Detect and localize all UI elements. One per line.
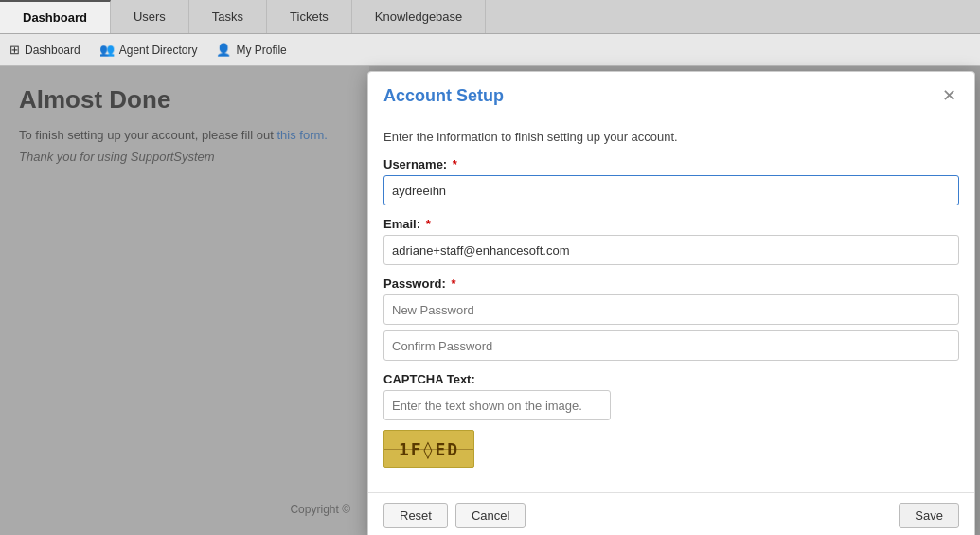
captcha-input[interactable] [383, 390, 611, 420]
tab-users[interactable]: Users [111, 0, 189, 33]
modal-body: Enter the information to finish setting … [368, 116, 974, 492]
tab-tickets[interactable]: Tickets [267, 0, 352, 33]
new-password-input[interactable] [383, 294, 959, 325]
password-label: Password: * [383, 276, 959, 291]
username-required: * [453, 157, 457, 171]
password-required: * [451, 276, 455, 291]
modal-header: Account Setup ✕ [368, 72, 974, 116]
close-icon[interactable]: ✕ [938, 85, 959, 106]
agent-directory-icon: 👥 [99, 43, 115, 57]
username-label: Username: * [383, 157, 959, 171]
footer-left-buttons: Reset Cancel [383, 503, 526, 528]
secondary-navigation: ⊞ Dashboard 👥 Agent Directory 👤 My Profi… [0, 34, 980, 66]
username-input[interactable] [383, 175, 959, 205]
cancel-button[interactable]: Cancel [455, 503, 526, 528]
confirm-password-input[interactable] [383, 330, 959, 361]
sidebar-item-my-profile[interactable]: 👤 My Profile [216, 43, 286, 57]
tab-tasks[interactable]: Tasks [189, 0, 267, 33]
dashboard-icon: ⊞ [9, 43, 20, 57]
email-group: Email: * [383, 217, 959, 265]
captcha-label: CAPTCHA Text: [383, 372, 959, 386]
username-group: Username: * [383, 157, 959, 205]
modal-footer: Reset Cancel Save [368, 492, 974, 535]
email-label: Email: * [383, 217, 959, 231]
my-profile-icon: 👤 [216, 43, 231, 57]
reset-button[interactable]: Reset [383, 503, 448, 528]
captcha-image: 1F◊ED [383, 430, 474, 468]
tab-knowledgebase[interactable]: Knowledgebase [352, 0, 487, 33]
save-button[interactable]: Save [899, 503, 959, 528]
sidebar-item-dashboard[interactable]: ⊞ Dashboard [9, 43, 80, 57]
top-navigation: Dashboard Users Tasks Tickets Knowledgeb… [0, 0, 980, 34]
sidebar-item-agent-directory[interactable]: 👥 Agent Directory [99, 43, 198, 57]
email-input[interactable] [383, 235, 959, 265]
tab-dashboard[interactable]: Dashboard [0, 0, 111, 33]
email-required: * [426, 217, 431, 231]
password-group: Password: * [383, 276, 959, 361]
captcha-group: CAPTCHA Text: 1F◊ED [383, 372, 959, 468]
modal-title: Account Setup [383, 86, 504, 106]
account-setup-modal: Account Setup ✕ Enter the information to… [367, 71, 975, 535]
modal-description: Enter the information to finish setting … [383, 130, 959, 144]
